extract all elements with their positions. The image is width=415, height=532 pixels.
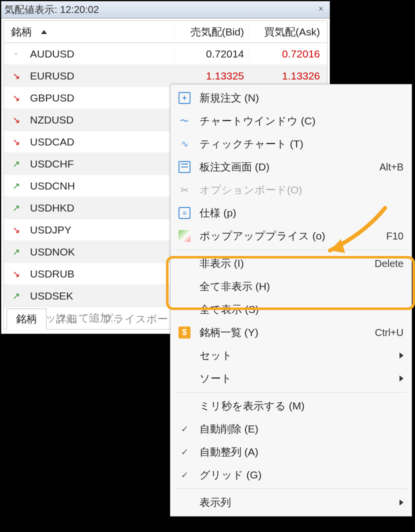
submenu-arrow-icon <box>400 376 404 382</box>
menu-separator <box>176 392 406 392</box>
menu-spec[interactable]: ≡ 仕様 (p) <box>170 202 412 224</box>
menu-hide-all-label: 全て非表示 (H) <box>200 280 404 294</box>
symbol-name: USDHKD <box>30 202 74 214</box>
trend-icon: ↘ <box>11 268 21 280</box>
popup-price-icon <box>178 229 192 243</box>
menu-columns[interactable]: 表示列 <box>170 491 412 514</box>
symbol-name: GBPUSD <box>30 92 74 104</box>
trend-icon: ↗ <box>11 180 21 192</box>
symbol-name: USDJPY <box>30 224 72 236</box>
menu-depth[interactable]: 板注文画面 (D) Alt+B <box>170 156 412 178</box>
symbol-name: USDRUB <box>30 268 74 280</box>
trend-icon: ↘ <box>11 114 21 126</box>
menu-hide-all[interactable]: 全て非表示 (H) <box>170 275 412 298</box>
menu-spec-label: 仕様 (p) <box>200 206 404 220</box>
menu-new-order[interactable]: + 新規注文 (N) <box>170 86 412 110</box>
menu-option-board: ✂ オプションボード(O) <box>170 178 412 202</box>
symbol-name: USDCHF <box>30 158 74 170</box>
depth-icon <box>178 160 192 174</box>
menu-popup-price[interactable]: ポップアッププライス (o) F10 <box>170 224 412 248</box>
menu-chart-window[interactable]: 〜 チャートウインドウ (C) <box>170 110 412 132</box>
menu-separator <box>176 250 406 250</box>
grid-header[interactable]: 銘柄 売気配(Bid) 買気配(Ask) <box>4 21 327 43</box>
tabs: 銘柄 詳細 | プライスボード <box>6 308 188 330</box>
menu-show-all[interactable]: 全て表示 (S) <box>170 298 412 321</box>
option-board-icon: ✂ <box>178 183 192 197</box>
symbol-list-icon: $ <box>178 326 192 340</box>
trend-icon: ↘ <box>11 70 21 82</box>
symbol-name: USDNOK <box>30 246 75 258</box>
menu-option-board-label: オプションボード(O) <box>200 183 404 197</box>
trend-icon: ↗ <box>11 290 21 302</box>
check-icon: ✓ <box>178 468 192 482</box>
col-header-ask[interactable]: 買気配(Ask) <box>249 25 327 39</box>
menu-show-ms[interactable]: ミリ秒を表示する (M) <box>170 394 412 418</box>
trend-icon: ↗ <box>11 158 21 170</box>
window-title: 気配値表示: 12:20:02 <box>4 3 99 16</box>
menu-tick-chart-label: ティックチャート (T) <box>200 137 404 151</box>
trend-icon: ◦ <box>11 48 21 59</box>
trend-icon: ↘ <box>11 136 21 148</box>
menu-chart-window-label: チャートウインドウ (C) <box>200 114 404 128</box>
symbol-name: EURUSD <box>30 70 74 82</box>
menu-symbol-list-shortcut: Ctrl+U <box>375 327 404 338</box>
menu-auto-arrange[interactable]: ✓ 自動整列 (A) <box>170 440 412 464</box>
menu-depth-shortcut: Alt+B <box>380 162 404 173</box>
menu-hide-shortcut: Delete <box>374 258 404 270</box>
submenu-arrow-icon <box>400 500 404 506</box>
menu-show-all-label: 全て表示 (S) <box>200 302 404 316</box>
menu-symbol-list[interactable]: $ 銘柄一覧 (Y) Ctrl+U <box>170 321 412 344</box>
menu-new-order-label: 新規注文 (N) <box>200 91 404 105</box>
tick-chart-icon: ∿ <box>178 137 192 151</box>
menu-auto-delete[interactable]: ✓ 自動削除 (E) <box>170 418 412 440</box>
menu-separator <box>176 488 406 489</box>
menu-sort-label: ソート <box>200 372 396 386</box>
trend-icon: ↘ <box>11 224 21 236</box>
col-header-symbol[interactable]: 銘柄 <box>4 25 174 39</box>
menu-hide-label: 非表示 (I) <box>200 256 374 270</box>
menu-set-label: セット <box>200 348 396 362</box>
sort-asc-icon <box>41 30 47 34</box>
ask-cell: 1.13326 <box>249 70 327 82</box>
chart-icon: 〜 <box>178 114 192 128</box>
menu-set[interactable]: セット <box>170 344 412 367</box>
symbol-name: USDCNH <box>30 180 75 192</box>
menu-tick-chart[interactable]: ∿ ティックチャート (T) <box>170 132 412 156</box>
bid-cell: 1.13325 <box>174 70 249 82</box>
ask-cell: 0.72016 <box>249 48 327 60</box>
col-header-bid[interactable]: 売気配(Bid) <box>174 25 249 39</box>
menu-auto-delete-label: 自動削除 (E) <box>200 422 404 436</box>
table-row[interactable]: ◦AUDUSD0.720140.72016 <box>4 43 327 65</box>
col-header-symbol-label: 銘柄 <box>11 25 32 39</box>
trend-icon: ↘ <box>11 92 21 104</box>
symbol-name: NZDUSD <box>30 114 74 126</box>
symbol-name: USDSEK <box>30 290 73 302</box>
check-icon: ✓ <box>178 422 192 436</box>
spec-icon: ≡ <box>178 206 192 220</box>
tab-details[interactable]: 詳細 <box>46 308 86 330</box>
new-order-icon: + <box>178 91 192 105</box>
menu-grid[interactable]: ✓ グリッド (G) <box>170 464 412 486</box>
symbol-name: USDCAD <box>30 136 74 148</box>
menu-grid-label: グリッド (G) <box>200 468 404 482</box>
menu-popup-price-shortcut: F10 <box>386 230 404 242</box>
menu-depth-label: 板注文画面 (D) <box>200 160 380 174</box>
titlebar[interactable]: 気配値表示: 12:20:02 × <box>2 2 330 18</box>
trend-icon: ↗ <box>11 246 21 258</box>
check-icon: ✓ <box>178 445 192 459</box>
menu-show-ms-label: ミリ秒を表示する (M) <box>200 399 404 413</box>
menu-popup-price-label: ポップアッププライス (o) <box>200 229 386 243</box>
tab-symbols[interactable]: 銘柄 <box>6 308 46 330</box>
menu-symbol-list-label: 銘柄一覧 (Y) <box>200 326 375 340</box>
submenu-arrow-icon <box>400 352 404 358</box>
menu-sort[interactable]: ソート <box>170 367 412 390</box>
bid-cell: 0.72014 <box>174 48 249 60</box>
trend-icon: ↗ <box>11 202 21 214</box>
menu-columns-label: 表示列 <box>200 496 396 510</box>
menu-hide[interactable]: 非表示 (I) Delete <box>170 252 412 275</box>
symbol-name: AUDUSD <box>30 48 74 60</box>
close-icon[interactable]: × <box>316 4 326 14</box>
menu-auto-arrange-label: 自動整列 (A) <box>200 445 404 459</box>
context-menu: + 新規注文 (N) 〜 チャートウインドウ (C) ∿ ティックチャート (T… <box>170 84 412 516</box>
